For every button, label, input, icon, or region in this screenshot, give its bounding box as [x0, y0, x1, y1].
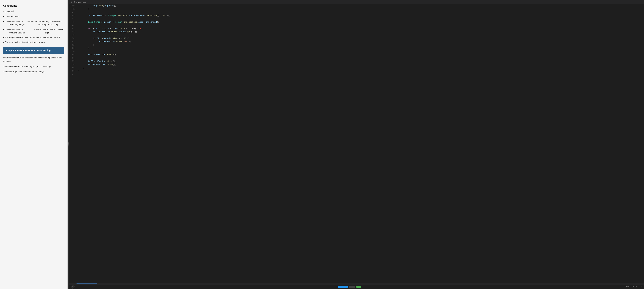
- constraint-item: The sender_user_id, recipient_user_id an…: [3, 20, 64, 26]
- line-content: bufferedWriter.close();: [77, 63, 644, 66]
- line-number: 58: [69, 63, 77, 66]
- constraint-item: The sender_user_id, recipient_user_id an…: [3, 28, 64, 34]
- line-content: bufferedWriter.newLine();: [77, 53, 644, 56]
- line-content: [77, 17, 644, 20]
- line-content: [77, 11, 644, 14]
- resize-dot: [68, 147, 68, 147]
- horizontal-scrollbar[interactable]: [69, 283, 644, 285]
- code-line-44: 44: [69, 17, 644, 20]
- constraint-item: 0 < length of sender_user_id, recipient_…: [3, 36, 64, 39]
- code-line-40: 40 logs.add(logsItem);: [69, 4, 644, 7]
- constraint-item: 1 ≤ threshold ≤ n: [3, 15, 64, 18]
- input-format-p3: The following n lines contain a string, …: [3, 70, 64, 74]
- code-line-47: 47 for (int i = 0; i < result.size(); i+…: [69, 27, 644, 30]
- line-content: for (int i = 0; i < result.size(); i++) …: [77, 27, 644, 30]
- editor-toolbar: ⊙ ⊙ Environment: [69, 0, 644, 4]
- constraint-item: 1 ≤ n ≤ 105: [3, 10, 64, 14]
- environment-icon: ⊙: [71, 1, 73, 3]
- line-content: [77, 50, 644, 53]
- line-content: }: [77, 47, 644, 50]
- line-number: 55: [69, 53, 77, 56]
- scrollbar-thumb-horizontal: [76, 284, 97, 284]
- line-number: 48: [69, 30, 77, 34]
- code-line-49: 49: [69, 34, 644, 37]
- line-number: 46: [69, 24, 77, 27]
- code-editor-panel: ⊙ ⊙ Environment 40 logs.add(logsItem); 4…: [69, 0, 644, 289]
- code-line-42: 42: [69, 11, 644, 14]
- code-line-55: 55 bufferedWriter.newLine();: [69, 53, 644, 56]
- line-number: 60: [69, 70, 77, 73]
- constraint-list: 1 ≤ n ≤ 105 1 ≤ threshold ≤ n The sender…: [3, 10, 64, 44]
- line-content: [77, 73, 644, 76]
- status-indicator: [356, 286, 361, 288]
- code-line-61: 61: [69, 73, 644, 76]
- line-number: 52: [69, 43, 77, 47]
- input-format-p1: Input from stdin will be processed as fo…: [3, 56, 64, 63]
- code-line-43: 43 int threshold = Integer.parseInt(buff…: [69, 14, 644, 17]
- line-content: [77, 56, 644, 60]
- line-number: 54: [69, 50, 77, 53]
- line-number: 61: [69, 73, 77, 76]
- code-line-60: 60 }: [69, 70, 644, 73]
- left-panel: Constraints 1 ≤ n ≤ 105 1 ≤ threshold ≤ …: [0, 0, 68, 289]
- code-line-58: 58 bufferedWriter.close();: [69, 63, 644, 66]
- code-line-41: 41 }: [69, 7, 644, 11]
- constraints-title: Constraints: [3, 4, 64, 8]
- environment-label: ⊙ Environment: [74, 1, 86, 3]
- resize-handle[interactable]: [68, 0, 69, 289]
- line-number: 59: [69, 66, 77, 70]
- resize-dot: [68, 142, 68, 143]
- line-content: }: [77, 7, 644, 11]
- scroll-up-button[interactable]: ⌃: [71, 285, 74, 289]
- code-line-53: 53 }: [69, 47, 644, 50]
- line-content: bufferedWriter.write(result.get(i));: [77, 30, 644, 34]
- line-number: 50: [69, 37, 77, 40]
- input-format-label: Input Format Format for Custom Testing: [8, 49, 51, 52]
- input-format-body: Input from stdin will be processed as fo…: [3, 56, 64, 74]
- line-number: 51: [69, 40, 77, 43]
- line-number: 42: [69, 11, 77, 14]
- code-line-45: 45 List<String> result = Result.processL…: [69, 20, 644, 24]
- code-line-57: 57 bufferedReader.close();: [69, 60, 644, 63]
- line-number: 40: [69, 4, 77, 7]
- arrow-icon: ▼: [5, 49, 8, 52]
- line-content: if (i != result.size() - 1) {: [77, 37, 644, 40]
- code-area[interactable]: 40 logs.add(logsItem); 41 } 42 43: [69, 4, 644, 283]
- line-number: 44: [69, 17, 77, 20]
- line-content: [77, 24, 644, 27]
- code-line-59: 59 }: [69, 66, 644, 70]
- line-number: 43: [69, 14, 77, 17]
- line-content: }: [77, 70, 644, 73]
- input-format-p2: The first line contains the integer, n, …: [3, 65, 64, 68]
- line-content: }: [77, 66, 644, 70]
- code-line-52: 52 }: [69, 43, 644, 47]
- line-number: 56: [69, 56, 77, 60]
- line-content: logs.add(logsItem);: [77, 4, 644, 7]
- code-line-54: 54: [69, 50, 644, 53]
- line-number: 45: [69, 20, 77, 24]
- input-format-toggle[interactable]: ▼ Input Format Format for Custom Testing: [3, 47, 64, 54]
- code-line-46: 46: [69, 24, 644, 27]
- code-line-50: 50 if (i != result.size() - 1) {: [69, 37, 644, 40]
- code-line-48: 48 bufferedWriter.write(result.get(i));: [69, 30, 644, 34]
- line-number: 41: [69, 7, 77, 11]
- line-number: 47: [69, 27, 77, 30]
- resize-dot: [68, 145, 68, 146]
- constraint-item: The result will contain at least one ele…: [3, 40, 64, 44]
- line-content: bufferedReader.close();: [77, 60, 644, 63]
- line-content: [77, 34, 644, 37]
- code-line-56: 56: [69, 56, 644, 60]
- line-content: }: [77, 43, 644, 47]
- code-table: 40 logs.add(logsItem); 41 } 42 43: [69, 4, 644, 76]
- line-content: List<String> result = Result.processLogs…: [77, 20, 644, 24]
- line-number: 49: [69, 34, 77, 37]
- line-number: 57: [69, 60, 77, 63]
- resize-dot: [68, 144, 68, 145]
- encoding-indicator: [349, 286, 355, 288]
- line-content: int threshold = Integer.parseInt(buffere…: [77, 14, 644, 17]
- resize-dot: [68, 143, 68, 144]
- line-number: 53: [69, 47, 77, 50]
- line-content: bufferedWriter.write("\n");: [77, 40, 644, 43]
- code-line-51: 51 bufferedWriter.write("\n");: [69, 40, 644, 43]
- language-indicator: [338, 286, 348, 288]
